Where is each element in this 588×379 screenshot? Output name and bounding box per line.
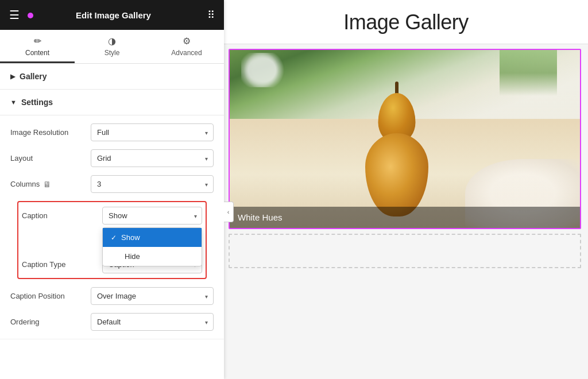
page-title-area: Image Gallery [224, 0, 588, 44]
columns-select[interactable]: 123456 [91, 175, 214, 193]
panel-header: ☰ Edit Image Gallery ⠿ [0, 0, 224, 30]
notification-dot [28, 13, 33, 18]
ordering-select[interactable]: Default Random Date Title [91, 313, 214, 331]
caption-position-select[interactable]: Over Image Below Image [91, 287, 214, 305]
ordering-row: Ordering Default Random Date Title ▾ [10, 313, 214, 331]
caption-dropdown: ✓ Show Hide [102, 227, 202, 266]
caption-position-label: Caption Position [10, 292, 91, 300]
columns-control: 123456 ▾ [91, 175, 214, 193]
flower-detail-left [241, 53, 287, 87]
caption-row: Caption Show ▾ ✓ Show [22, 207, 202, 225]
layout-label: Layout [10, 154, 91, 163]
settings-section-header[interactable]: ▼ Settings [0, 90, 224, 115]
pencil-icon: ✏ [34, 36, 41, 47]
circle-half-icon: ◑ [108, 36, 116, 47]
panel-tabs: ✏ Content ◑ Style ⚙ Advanced [0, 30, 224, 64]
gallery-image: White Hues [230, 50, 580, 228]
ordering-label: Ordering [10, 318, 91, 326]
gallery-preview[interactable]: White Hues [229, 49, 581, 229]
bottom-dashed-area [229, 234, 581, 268]
panel-title: Edit Image Gallery [76, 10, 151, 20]
ordering-control: Default Random Date Title ▾ [91, 313, 214, 331]
gallery-arrow-icon: ▶ [10, 73, 15, 80]
layout-select[interactable]: Grid Masonry Justified Slideshow [91, 149, 214, 167]
columns-row: Columns 🖥 123456 ▾ [10, 175, 214, 193]
image-resolution-row: Image Resolution Full Large Medium Thumb… [10, 123, 214, 141]
caption-control: Show ▾ ✓ Show Hide [102, 207, 202, 225]
panel-collapse-handle[interactable]: ‹ [224, 202, 234, 222]
tab-advanced[interactable]: ⚙ Advanced [149, 30, 224, 63]
pear-scene [230, 50, 580, 228]
pear-body [365, 133, 428, 216]
caption-type-label: Caption Type [22, 260, 102, 269]
hamburger-icon[interactable]: ☰ [9, 9, 20, 21]
caption-label: Caption [22, 211, 102, 220]
caption-option-show[interactable]: ✓ Show [103, 228, 202, 247]
image-resolution-select[interactable]: Full Large Medium Thumbnail [91, 123, 214, 141]
caption-position-row: Caption Position Over Image Below Image … [10, 287, 214, 305]
collapse-icon: ‹ [227, 208, 230, 215]
settings-arrow-icon: ▼ [10, 99, 17, 106]
gear-icon: ⚙ [183, 36, 191, 47]
caption-dropdown-arrow-icon: ▾ [194, 212, 197, 219]
image-resolution-control: Full Large Medium Thumbnail ▾ [91, 123, 214, 141]
left-panel: ☰ Edit Image Gallery ⠿ ✏ Content ◑ Style… [0, 0, 224, 379]
columns-label: Columns 🖥 [10, 180, 91, 189]
pear-shape [357, 102, 437, 216]
check-icon: ✓ [111, 234, 117, 242]
tab-style[interactable]: ◑ Style [75, 30, 149, 63]
gallery-section-header[interactable]: ▶ Gallery [0, 64, 224, 90]
image-caption: White Hues [230, 207, 580, 228]
monitor-icon: 🖥 [43, 180, 51, 189]
tab-style-label: Style [105, 49, 120, 57]
right-panel: Image Gallery ‹ [224, 0, 588, 379]
tab-content[interactable]: ✏ Content [0, 30, 75, 63]
layout-row: Layout Grid Masonry Justified Slideshow … [10, 149, 214, 167]
tab-content-label: Content [25, 49, 49, 57]
gallery-section-label: Gallery [20, 72, 47, 81]
settings-section-label: Settings [21, 98, 53, 107]
tab-advanced-label: Advanced [171, 49, 202, 57]
caption-highlighted-section: Caption Show ▾ ✓ Show [17, 201, 207, 279]
settings-section-body: Image Resolution Full Large Medium Thumb… [0, 115, 224, 339]
grid-icon[interactable]: ⠿ [207, 9, 215, 21]
image-resolution-label: Image Resolution [10, 128, 91, 137]
page-title: Image Gallery [224, 10, 588, 34]
leaf-detail-right [500, 50, 557, 96]
caption-position-control: Over Image Below Image ▾ [91, 287, 214, 305]
caption-select-trigger[interactable]: Show ▾ [102, 207, 202, 225]
caption-option-hide[interactable]: Hide [103, 247, 202, 266]
layout-control: Grid Masonry Justified Slideshow ▾ [91, 149, 214, 167]
canvas-area: ‹ [224, 44, 588, 379]
panel-content: ▶ Gallery ▼ Settings Image Resolution Fu… [0, 64, 224, 379]
